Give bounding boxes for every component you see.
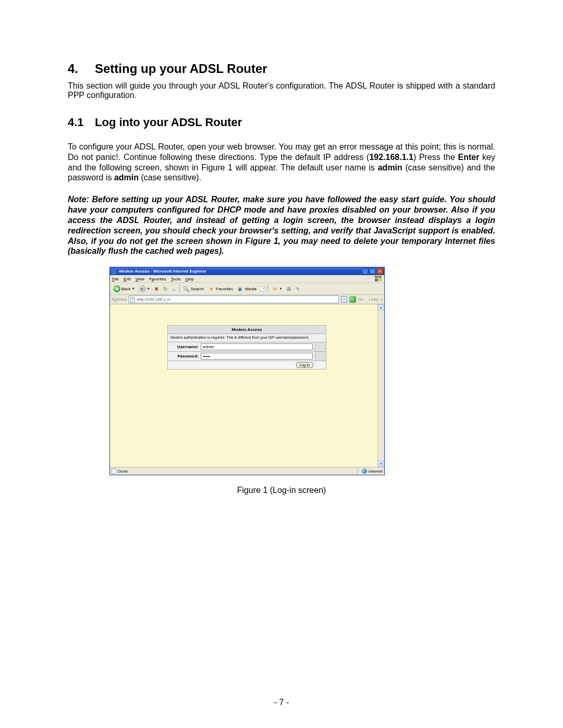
section-number: 4. — [68, 61, 95, 76]
address-input[interactable]: http://192.168.1.1/ — [129, 295, 338, 303]
svg-rect-1 — [378, 276, 382, 278]
password-input[interactable]: ••••• — [201, 353, 313, 360]
back-button[interactable]: ◄ Back ▼ — [112, 285, 136, 293]
toolbar: ◄ Back ▼ ► ▼ ✖ ↻ ⌂ 🔍Search ★Favorites ◉M… — [110, 283, 384, 295]
menu-tools[interactable]: Tools — [171, 277, 181, 281]
media-button[interactable]: ◉Media — [236, 285, 258, 293]
subsection-number: 4.1 — [68, 116, 95, 129]
history-icon[interactable]: 🕑 — [259, 285, 266, 292]
maximize-button[interactable]: □ — [369, 268, 376, 274]
app-icon — [111, 269, 116, 274]
login-header: Modem Access — [167, 325, 326, 334]
svg-rect-2 — [375, 279, 378, 281]
window-title: -Modem Access - Microsoft Internet Explo… — [118, 269, 362, 274]
media-icon: ◉ — [237, 285, 244, 292]
menu-edit[interactable]: Edit — [124, 277, 131, 281]
search-icon: 🔍 — [182, 285, 190, 292]
favorites-button[interactable]: ★Favorites — [206, 285, 234, 293]
scroll-down-icon[interactable]: ▾ — [378, 461, 384, 467]
chevron-down-icon: ▼ — [132, 287, 135, 290]
page-number: - 7 - — [0, 698, 563, 707]
chevron-down-icon: ▼ — [279, 287, 283, 290]
windows-logo-icon — [375, 276, 382, 282]
links-label[interactable]: Links — [369, 297, 378, 302]
menu-help[interactable]: Help — [186, 277, 194, 281]
status-text: Done — [118, 469, 128, 474]
minimize-button[interactable]: _ — [362, 268, 369, 274]
go-label: Go — [358, 297, 364, 302]
statusbar: Done Internet — [110, 467, 384, 475]
page-content: ▴ ▾ Modem Access Modem authentication is… — [110, 304, 384, 467]
username-label: Username: — [168, 343, 201, 351]
login-form: Modem Access Modem authentication is req… — [167, 325, 326, 369]
figure-caption: Figure 1 (Log-in screen) — [68, 486, 495, 495]
stop-icon[interactable]: ✖ — [153, 285, 160, 292]
mail-button[interactable]: ✉▼ — [270, 285, 284, 293]
scrollbar[interactable]: ▴ ▾ — [377, 304, 384, 467]
username-input[interactable]: admin — [201, 343, 313, 350]
scroll-up-icon[interactable]: ▴ — [378, 304, 384, 311]
forward-icon: ► — [139, 285, 146, 292]
mail-icon: ✉ — [271, 285, 278, 292]
password-label: Password: — [168, 352, 201, 360]
go-button[interactable]: → — [349, 296, 356, 303]
address-dropdown[interactable]: v — [341, 296, 347, 303]
forward-button[interactable]: ► ▼ — [138, 285, 151, 293]
home-icon[interactable]: ⌂ — [170, 285, 178, 292]
edit-icon[interactable]: ✎ — [294, 285, 301, 292]
back-icon: ◄ — [113, 285, 120, 292]
note-text: Note: Before setting up your ADSL Router… — [68, 194, 495, 256]
menu-favorites[interactable]: Favorites — [149, 277, 166, 281]
address-bar: Address http://192.168.1.1/ v → Go Links… — [110, 295, 384, 304]
paragraph-1: To configure your ADSL Router, open your… — [68, 142, 495, 183]
globe-icon — [362, 468, 367, 474]
close-button[interactable]: × — [376, 268, 383, 274]
search-button[interactable]: 🔍Search — [181, 285, 205, 293]
menu-view[interactable]: View — [136, 277, 144, 281]
zone-text: Internet — [369, 469, 383, 474]
intro-text: This section will guide you through your… — [68, 81, 495, 100]
address-label: Address — [112, 297, 127, 302]
menubar: File Edit View Favorites Tools Help — [110, 275, 384, 283]
page-icon — [112, 468, 116, 474]
chevron-down-icon: ▼ — [147, 287, 150, 290]
svg-rect-3 — [378, 279, 382, 281]
login-button[interactable]: Log In — [296, 362, 313, 368]
titlebar: -Modem Access - Microsoft Internet Explo… — [110, 267, 384, 275]
subsection-title: Log into your ADSL Router — [95, 116, 242, 129]
page-icon — [130, 297, 135, 302]
browser-window: -Modem Access - Microsoft Internet Explo… — [109, 267, 385, 475]
menu-file[interactable]: File — [112, 277, 119, 281]
login-message: Modem authentication is required. This i… — [167, 334, 326, 342]
section-title: Setting up your ADSL Router — [95, 61, 267, 76]
refresh-icon[interactable]: ↻ — [162, 285, 169, 292]
star-icon: ★ — [207, 285, 215, 292]
svg-rect-0 — [375, 276, 378, 278]
print-icon[interactable]: 🖶 — [285, 285, 292, 292]
